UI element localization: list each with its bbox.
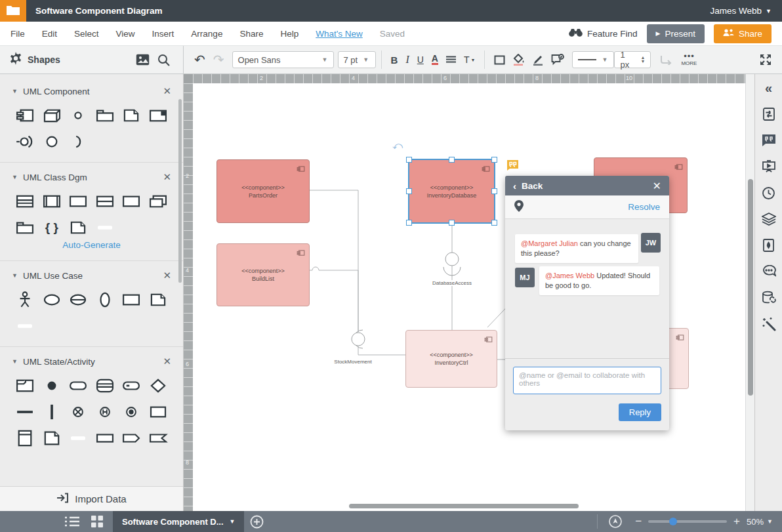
zoom-slider[interactable] xyxy=(648,520,727,523)
pin-icon[interactable] xyxy=(514,200,524,215)
line-style-select[interactable]: ▼ xyxy=(572,51,614,68)
shape-fork-vertical[interactable] xyxy=(39,403,66,420)
comment-marker-icon[interactable] xyxy=(506,159,519,171)
section-uml-class[interactable]: ▼ UML Class Dgm ✕ xyxy=(12,165,171,189)
text-options-button[interactable]: T▼ xyxy=(460,52,480,68)
shape-node-3d[interactable] xyxy=(39,107,66,124)
chat-icon[interactable] xyxy=(759,262,779,281)
zoom-level[interactable]: 50% ▼ xyxy=(747,517,773,527)
shape-rectangle[interactable] xyxy=(145,403,172,420)
shape-frame[interactable] xyxy=(12,377,39,394)
collapse-panel-icon[interactable]: « xyxy=(759,78,779,98)
line-color-icon[interactable] xyxy=(529,51,547,68)
canvas[interactable]: 2 4 6 8 10 2 4 6 8 xyxy=(184,74,745,511)
image-icon[interactable] xyxy=(132,51,154,68)
shape-oval[interactable] xyxy=(92,291,119,308)
shape-text-line[interactable] xyxy=(92,219,119,236)
menu-insert[interactable]: Insert xyxy=(152,29,175,39)
layers-icon[interactable] xyxy=(759,209,779,229)
shape-note[interactable] xyxy=(65,219,92,236)
shape-actor[interactable] xyxy=(12,291,39,308)
line-width-stepper[interactable]: 1 px ▲▼ xyxy=(614,51,651,68)
feature-find-button[interactable]: Feature Find xyxy=(569,28,638,39)
shape-text-line[interactable] xyxy=(65,430,92,447)
rotate-handle-icon[interactable]: ⤺ xyxy=(392,140,403,152)
shape-composite-state[interactable] xyxy=(92,377,119,394)
resize-handle[interactable] xyxy=(449,157,455,163)
document-settings-icon[interactable] xyxy=(759,104,779,124)
panel-scrollbar[interactable] xyxy=(178,99,182,283)
shape-subsystem[interactable] xyxy=(145,107,172,124)
text-color-button[interactable]: A xyxy=(428,52,442,68)
align-icon[interactable] xyxy=(442,53,460,67)
shape-rectangle[interactable] xyxy=(118,291,145,308)
shape-partition[interactable] xyxy=(12,430,39,447)
resolve-link[interactable]: Resolve xyxy=(628,202,660,212)
italic-button[interactable]: I xyxy=(401,51,413,68)
auto-generate-link[interactable]: Auto-Generate xyxy=(12,239,171,259)
import-data-button[interactable]: Import Data xyxy=(0,486,183,511)
shape-data-icon[interactable] xyxy=(547,51,568,68)
shape-multiplicity[interactable] xyxy=(145,193,172,210)
shape-rect[interactable] xyxy=(118,193,145,210)
shape-receive-signal[interactable] xyxy=(145,430,172,447)
close-icon[interactable]: ✕ xyxy=(163,171,171,183)
horizontal-scrollbar[interactable] xyxy=(349,504,579,508)
zoom-slider-handle[interactable] xyxy=(669,518,677,525)
page-style-icon[interactable] xyxy=(759,235,779,255)
close-icon[interactable]: ✕ xyxy=(163,270,171,281)
user-menu[interactable]: James Webb ▼ xyxy=(710,6,772,16)
shape-activity[interactable] xyxy=(92,430,119,447)
section-uml-use-case[interactable]: ▼ UML Use Case ✕ xyxy=(12,264,171,287)
shape-interface-ball[interactable] xyxy=(39,133,66,150)
section-uml-state-activity[interactable]: ▼ UML State/Activity ✕ xyxy=(12,350,171,373)
resize-handle[interactable] xyxy=(491,188,497,194)
magic-wand-icon[interactable] xyxy=(759,314,779,334)
shape-use-case[interactable] xyxy=(39,291,66,308)
close-icon[interactable]: ✕ xyxy=(653,180,661,192)
resize-handle[interactable] xyxy=(449,220,455,226)
shape-flow-final[interactable] xyxy=(65,403,92,420)
shape-required-socket[interactable] xyxy=(65,133,92,150)
shape-note[interactable] xyxy=(118,107,145,124)
history-icon[interactable] xyxy=(759,183,779,203)
component-parts-order[interactable]: <<component>>PartsOrder xyxy=(216,159,310,223)
share-button[interactable]: Share xyxy=(714,24,772,43)
bold-button[interactable]: B xyxy=(387,52,402,68)
resize-handle[interactable] xyxy=(491,220,497,226)
resize-handle[interactable] xyxy=(406,157,412,163)
vertical-scrollbar[interactable] xyxy=(748,179,753,396)
shape-history-state[interactable] xyxy=(92,403,119,420)
search-icon[interactable] xyxy=(154,51,174,69)
shape-decision[interactable] xyxy=(145,377,172,394)
more-button[interactable]: ••• MORE xyxy=(677,51,701,69)
back-button[interactable]: ‹ Back xyxy=(513,180,543,192)
presentation-icon[interactable] xyxy=(759,157,779,176)
page-list-icon[interactable] xyxy=(59,516,85,527)
frame-icon[interactable] xyxy=(490,52,509,68)
underline-button[interactable]: U xyxy=(413,52,428,68)
component-inventory-ctrl[interactable]: <<component>>InventoryCtrl xyxy=(405,330,497,388)
resize-handle[interactable] xyxy=(406,188,412,194)
data-linking-icon[interactable] xyxy=(759,288,779,308)
shape-class[interactable] xyxy=(12,193,39,210)
add-page-icon[interactable] xyxy=(244,515,270,529)
component-build-list[interactable]: <<component>>BuildList xyxy=(216,243,310,306)
undo-icon[interactable]: ↶ xyxy=(190,49,209,70)
fit-to-screen-icon[interactable] xyxy=(597,514,628,529)
menu-share[interactable]: Share xyxy=(239,29,263,39)
comments-icon[interactable] xyxy=(759,131,779,150)
page-tab[interactable]: Software Component D... ▼ xyxy=(113,511,244,532)
close-icon[interactable]: ✕ xyxy=(163,85,171,97)
shape-state[interactable] xyxy=(65,377,92,394)
page-grid-icon[interactable] xyxy=(85,516,109,527)
shape-port-circle[interactable] xyxy=(65,107,92,124)
menu-help[interactable]: Help xyxy=(280,29,298,39)
shape-constraint-braces[interactable]: { } xyxy=(39,219,66,236)
comment-input[interactable] xyxy=(513,367,661,394)
shape-action-state[interactable] xyxy=(118,377,145,394)
component-inventory-database[interactable]: <<component>>InventoryDatabase xyxy=(409,159,495,223)
shape-send-signal[interactable] xyxy=(118,430,145,447)
connector-icon[interactable] xyxy=(656,52,677,68)
font-select[interactable]: Open Sans ▼ xyxy=(232,51,334,68)
